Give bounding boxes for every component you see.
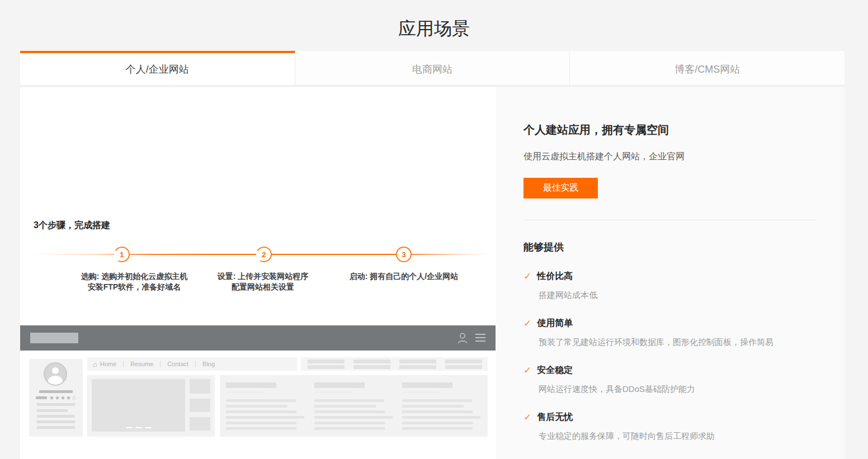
home-icon: ⌂ xyxy=(93,361,97,368)
tab-label: 博客/CMS网站 xyxy=(674,63,740,76)
mockup-nav-item-contact: Contact xyxy=(167,361,188,367)
scenario-description: 使用云虚拟主机搭建个人网站，企业官网 xyxy=(523,151,817,163)
scenario-tabs: 个人/企业网站 电商网站 博客/CMS网站 xyxy=(20,51,845,86)
step-1-marker: 1 xyxy=(112,245,131,264)
mockup-thumbnail xyxy=(190,399,210,412)
step-3-label: 启动: 拥有自己的个人/企业网站 xyxy=(331,271,477,282)
mockup-carousel-image xyxy=(92,379,185,432)
feature-description: 网站运行速度快，具备DDoS基础防护能力 xyxy=(539,384,817,395)
divider xyxy=(523,220,817,220)
mockup-nav-item-resume: Resume xyxy=(130,361,153,367)
tab-content: 3个步骤，完成搭建 1 2 3 选购: 选购并初始化云虚拟主机 安装FTP软件，… xyxy=(20,87,845,459)
feature-title: 性价比高 xyxy=(537,271,573,282)
step-1-label: 选购: 选购并初始化云虚拟主机 安装FTP软件，准备好域名 xyxy=(62,271,207,292)
step-number: 2 xyxy=(262,251,266,258)
features-heading: 能够提供 xyxy=(523,240,817,254)
mockup-thumbnail xyxy=(190,379,210,394)
feature-title: 安全稳定 xyxy=(537,365,573,376)
user-icon xyxy=(457,332,468,344)
scenario-heading: 个人建站应用，拥有专属空间 xyxy=(523,122,817,138)
step-2-marker: 2 xyxy=(254,245,273,264)
best-practice-button[interactable]: 最佳实践 xyxy=(523,178,598,198)
hamburger-menu-icon xyxy=(475,334,485,342)
mockup-carousel-card xyxy=(87,375,215,437)
mockup-nav-item-blog: Blog xyxy=(202,361,215,367)
steps-heading: 3个步骤，完成搭建 xyxy=(34,220,110,231)
mockup-article-card xyxy=(220,375,488,437)
check-icon: ✓ xyxy=(523,365,531,376)
nav-separator xyxy=(160,361,161,367)
feature-title: 使用简单 xyxy=(537,318,573,329)
mockup-profile-card: ★★★★☆ xyxy=(29,359,83,437)
feature-description: 预装了常见建站运行环境和数据库，图形化控制面板，操作简易 xyxy=(539,337,817,348)
scenario-illustration-panel: 3个步骤，完成搭建 1 2 3 选购: 选购并初始化云虚拟主机 安装FTP软件，… xyxy=(20,87,496,459)
mockup-name-placeholder xyxy=(39,390,73,393)
check-icon: ✓ xyxy=(523,411,531,423)
nav-separator xyxy=(195,361,196,367)
scenario-detail-panel: 个人建站应用，拥有专属空间 使用云虚拟主机搭建个人网站，企业官网 最佳实践 能够… xyxy=(496,87,845,459)
page-title: 应用场景 xyxy=(0,0,868,51)
mockup-rating: ★★★★☆ xyxy=(36,395,77,401)
mockup-nav-bar: ⌂ Home Resume Contact Blog xyxy=(87,357,298,371)
step-2-label: 设置: 上传并安装网站程序 配置网站相关设置 xyxy=(190,271,336,292)
feature-description: 搭建网站成本低 xyxy=(539,290,817,301)
carousel-dots xyxy=(124,427,153,428)
tab-personal-enterprise-website[interactable]: 个人/企业网站 xyxy=(20,51,295,85)
mockup-logo-placeholder xyxy=(30,333,78,343)
step-label-line: 启动: 拥有自己的个人/企业网站 xyxy=(331,271,477,282)
tab-label: 电商网站 xyxy=(412,63,452,76)
step-3-marker: 3 xyxy=(396,247,412,262)
mockup-thumbnail xyxy=(190,417,210,430)
feature-item: ✓ 使用简单 预装了常见建站运行环境和数据库，图形化控制面板，操作简易 xyxy=(523,318,817,348)
tab-ecommerce-website[interactable]: 电商网站 xyxy=(295,51,570,85)
check-icon: ✓ xyxy=(523,271,531,282)
step-label-line: 配置网站相关设置 xyxy=(190,282,336,292)
feature-item: ✓ 性价比高 搭建网站成本低 xyxy=(523,271,817,301)
nav-separator xyxy=(123,361,124,367)
feature-title: 售后无忧 xyxy=(537,411,573,423)
step-number: 1 xyxy=(120,251,124,258)
step-label-line: 选购: 选购并初始化云虚拟主机 xyxy=(62,271,207,282)
check-icon: ✓ xyxy=(523,318,531,329)
feature-item: ✓ 售后无忧 专业稳定的服务保障，可随时向售后工程师求助 xyxy=(523,411,817,442)
step-label-line: 设置: 上传并安装网站程序 xyxy=(190,271,336,282)
mockup-header-bar xyxy=(20,325,496,351)
mockup-nav-item-home: Home xyxy=(100,361,116,367)
website-mockup-illustration: ⌂ Home Resume Contact Blog xyxy=(20,325,496,437)
feature-description: 专业稳定的服务保障，可随时向售后工程师求助 xyxy=(539,431,817,442)
tab-label: 个人/企业网站 xyxy=(126,63,189,76)
feature-item: ✓ 安全稳定 网站运行速度快，具备DDoS基础防护能力 xyxy=(523,365,817,395)
tab-blog-cms-website[interactable]: 博客/CMS网站 xyxy=(570,51,845,85)
star-rating-icons: ★★★★☆ xyxy=(49,395,77,401)
step-label-line: 安装FTP软件，准备好域名 xyxy=(62,282,207,292)
step-number: 3 xyxy=(402,251,405,258)
mockup-menu-placeholder xyxy=(301,357,488,371)
avatar xyxy=(44,362,67,386)
